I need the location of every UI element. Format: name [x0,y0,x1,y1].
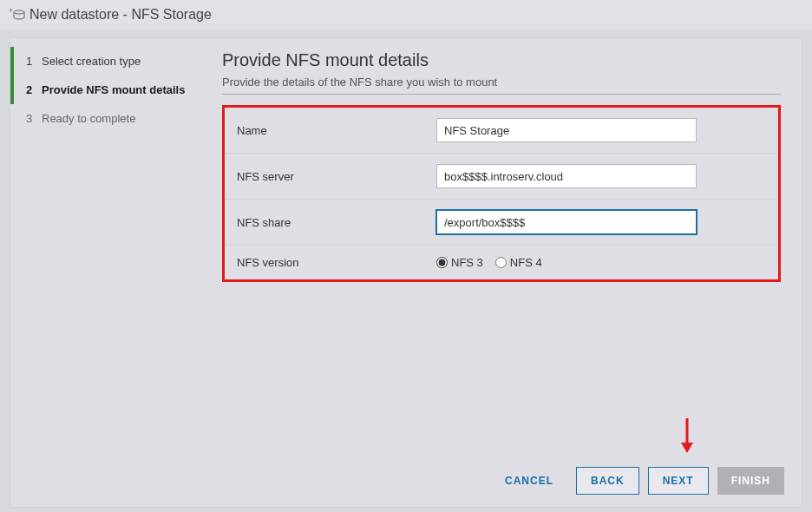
page-title: Provide NFS mount details [222,50,781,70]
cancel-button[interactable]: Cancel [491,467,567,495]
nfs4-radio[interactable] [495,257,507,268]
nfs3-radio[interactable] [436,257,448,268]
nfs4-text: NFS 4 [510,256,542,269]
form-highlight-box: Name NFS server NFS share [222,105,781,282]
step-number: 1 [26,55,42,68]
window-title: New datastore - NFS Storage [29,7,212,23]
step-label: Provide NFS mount details [42,83,185,96]
nfs-server-input[interactable] [436,164,697,188]
form-row-nfs-server: NFS server [225,154,778,200]
nfs-share-label: NFS share [237,216,436,229]
form-row-nfs-share: NFS share [225,200,778,246]
finish-button: Finish [717,467,784,495]
svg-text:+: + [9,8,13,15]
wizard-footer: Cancel Back Next Finish [10,455,802,507]
divider [222,94,781,95]
nfs-version-radio-group: NFS 3 NFS 4 [436,256,766,269]
name-label: Name [237,124,436,137]
step-ready-to-complete[interactable]: 3 Ready to complete [10,104,208,133]
window-titlebar: + New datastore - NFS Storage [0,0,812,30]
svg-point-1 [14,10,24,14]
step-select-creation-type[interactable]: 1 Select creation type [10,47,208,75]
nfs-share-input[interactable] [436,210,697,234]
name-input[interactable] [436,118,697,142]
page-description: Provide the details of the NFS share you… [222,75,781,89]
datastore-icon: + [9,8,24,22]
nfs3-text: NFS 3 [451,256,483,269]
wizard-modal: 1 Select creation type 2 Provide NFS mou… [10,38,802,507]
nfs4-radio-label[interactable]: NFS 4 [495,256,542,269]
nfs-version-label: NFS version [237,256,436,269]
next-button[interactable]: Next [648,467,709,495]
step-label: Select creation type [42,55,141,68]
back-button[interactable]: Back [576,467,639,495]
form-row-nfs-version: NFS version NFS 3 NFS 4 [225,246,778,279]
step-number: 3 [26,112,42,125]
step-label: Ready to complete [42,112,135,125]
nfs3-radio-label[interactable]: NFS 3 [436,256,483,269]
step-provide-nfs-mount-details[interactable]: 2 Provide NFS mount details [10,75,208,104]
wizard-main-panel: Provide NFS mount details Provide the de… [208,38,802,455]
step-number: 2 [26,83,42,96]
form-row-name: Name [225,108,778,154]
wizard-steps-sidebar: 1 Select creation type 2 Provide NFS mou… [10,38,208,455]
nfs-server-label: NFS server [237,170,436,183]
